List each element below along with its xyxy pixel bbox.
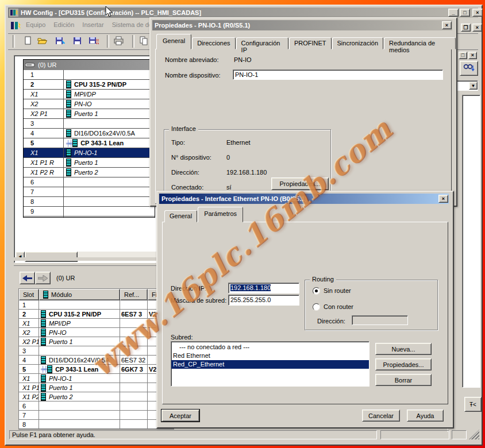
subnet-item[interactable]: Red Ethernet bbox=[171, 352, 369, 360]
nav-forward-button[interactable] bbox=[35, 272, 51, 284]
dialog-pnio-titlebar[interactable]: Propiedades - PN-IO-1 (R0/S5.1) bbox=[152, 20, 452, 30]
close-button[interactable]: × bbox=[472, 9, 483, 17]
catalog-close-icon[interactable]: × bbox=[468, 52, 477, 59]
rack-row[interactable]: 4 DI16/DO16x24V/0.5A bbox=[24, 129, 155, 138]
combobox-dropdown-icon[interactable]: ▼ bbox=[469, 82, 478, 90]
mdi-child-icon[interactable] bbox=[10, 21, 22, 32]
ip-input[interactable]: 192.168.1.180 bbox=[228, 283, 299, 293]
interface-properties-button[interactable]: Propiedades... bbox=[271, 177, 329, 190]
main-titlebar[interactable]: HW Config - [CPU315 (Configuración) -- P… bbox=[8, 7, 478, 18]
dialog-pnio-close-icon[interactable]: × bbox=[442, 21, 452, 29]
interface-row-value: 0 bbox=[226, 154, 230, 161]
rack-row[interactable]: X2 PN-IO bbox=[24, 99, 155, 109]
rack-row[interactable]: 10 bbox=[24, 217, 155, 218]
new-document-button[interactable] bbox=[21, 34, 35, 48]
dialog-ethernet-close-icon[interactable]: × bbox=[438, 195, 448, 203]
module-row[interactable]: 7 bbox=[19, 411, 174, 420]
subnet-item[interactable]: Red_CP_Ethernet bbox=[171, 360, 369, 369]
module-icon bbox=[41, 393, 46, 401]
rack-row[interactable]: 6 bbox=[24, 177, 155, 187]
subnet-properties-button[interactable]: Propiedades... bbox=[375, 358, 432, 370]
module-row[interactable]: 1 bbox=[19, 300, 174, 310]
rack-row[interactable]: X1 P2 R Puerto 2 bbox=[24, 168, 155, 177]
new-subnet-button[interactable]: Nueva... bbox=[375, 343, 432, 355]
subnet-item[interactable]: --- no conectado a red --- bbox=[171, 343, 369, 352]
module-row[interactable]: 8 bbox=[19, 420, 174, 429]
resize-grip[interactable] bbox=[469, 430, 479, 439]
copy-button[interactable] bbox=[137, 34, 151, 48]
tab-sincronización[interactable]: Sincronización bbox=[332, 37, 384, 49]
cp-connector-icon: ╪╪ bbox=[66, 140, 72, 146]
module-row[interactable]: 3 bbox=[19, 346, 174, 356]
tab-profinet[interactable]: PROFINET bbox=[289, 37, 332, 49]
delete-subnet-button[interactable]: Borrar bbox=[375, 374, 432, 386]
screenshot: HW Config - [CPU315 (Configuración) -- P… bbox=[0, 0, 485, 448]
column-header-ref[interactable]: Ref... bbox=[120, 289, 148, 300]
device-name-input[interactable]: PN-IO-1 bbox=[233, 69, 443, 80]
open-folder-button[interactable] bbox=[36, 34, 49, 48]
catalog-toggle-button[interactable]: Ŧ< bbox=[464, 397, 482, 412]
cp-connector-icon: ╪╪ bbox=[41, 366, 47, 372]
nav-back-button[interactable] bbox=[20, 272, 35, 284]
mdi-close-button[interactable]: × bbox=[472, 24, 482, 32]
maximize-button[interactable]: □ bbox=[460, 9, 470, 17]
rack-row[interactable]: 2 CPU 315-2 PN/DP bbox=[24, 80, 155, 90]
rack-row[interactable]: 7 bbox=[24, 187, 155, 197]
module-row[interactable]: X2 P1 Puerto 1 bbox=[19, 337, 174, 346]
rack-row[interactable]: X1 PN-IO-1 bbox=[24, 148, 155, 158]
rack-row[interactable]: 1 bbox=[24, 70, 155, 80]
subnet-listbox[interactable]: --- no conectado a red ---Red EthernetRe… bbox=[171, 341, 369, 387]
tab-general[interactable]: General bbox=[156, 34, 191, 49]
dialog-pnio: Propiedades - PN-IO-1 (R0/S5.1) × Genera… bbox=[149, 17, 457, 207]
module-row[interactable]: 4 DI16/DO16x24V/0.5A 6ES7 32 bbox=[19, 356, 174, 365]
tab-parámetros[interactable]: Parámetros bbox=[198, 207, 243, 222]
rack-row[interactable]: 9 bbox=[24, 207, 155, 217]
interface-row-value: sí bbox=[226, 184, 232, 191]
module-row[interactable]: X1 P2 R Puerto 2 bbox=[19, 392, 174, 401]
save-station-button[interactable] bbox=[53, 34, 67, 48]
save-button[interactable] bbox=[71, 34, 84, 48]
print-button[interactable] bbox=[111, 34, 125, 48]
rack-row[interactable]: 5 ╪╪CP 343-1 Lean bbox=[24, 138, 155, 148]
menu-edición[interactable]: Edición bbox=[49, 19, 78, 30]
module-row[interactable]: 5 ╪╪CP 343-1 Lean 6GK7 3 V2.2 bbox=[19, 365, 174, 374]
rack-row[interactable]: X1 MPI/DP bbox=[24, 90, 155, 99]
dialog-ethernet-titlebar[interactable]: Propiedades - Interface Ethernet PN-IO (… bbox=[159, 194, 449, 204]
tab-direcciones[interactable]: Direcciones bbox=[192, 37, 235, 49]
tab-general[interactable]: General bbox=[164, 210, 197, 222]
module-icon bbox=[47, 365, 52, 373]
open-folder-icon bbox=[37, 36, 48, 47]
menu-insertar[interactable]: Insertar bbox=[78, 19, 107, 30]
rack-header[interactable]: (0) UR bbox=[23, 59, 155, 70]
module-row[interactable]: X1 PN-IO-1 bbox=[19, 374, 174, 383]
minimize-button[interactable]: _ bbox=[448, 9, 459, 17]
menu-equipo[interactable]: Equipo bbox=[22, 19, 49, 30]
module-row[interactable]: X1 P1 R Puerto 1 bbox=[19, 383, 174, 392]
with-router-radio[interactable] bbox=[313, 303, 320, 311]
mdi-restore-button[interactable]: ❐ bbox=[461, 24, 471, 32]
no-router-label: Sin router bbox=[324, 287, 351, 294]
rack-row[interactable]: X2 P1 Puerto 1 bbox=[24, 109, 155, 119]
find-button[interactable] bbox=[460, 61, 478, 76]
no-router-radio[interactable] bbox=[313, 287, 320, 295]
module-row[interactable]: 6 bbox=[19, 401, 174, 411]
module-icon bbox=[66, 110, 71, 118]
help-button[interactable]: Ayuda bbox=[407, 410, 444, 422]
tab-redundancia-de-medios[interactable]: Redundancia de medios bbox=[384, 37, 456, 49]
catalog-maximize-icon[interactable]: □ bbox=[459, 52, 467, 59]
ok-button[interactable]: Aceptar bbox=[161, 410, 199, 422]
catalog-list[interactable] bbox=[462, 95, 480, 388]
cancel-button[interactable]: Cancelar bbox=[362, 410, 400, 422]
mask-input[interactable]: 255.255.255.0 bbox=[228, 295, 299, 306]
module-row[interactable]: X1 MPI/DP bbox=[19, 319, 174, 328]
column-header-mdulo[interactable]: Módulo bbox=[39, 289, 120, 300]
dialog-pnio-tabpage: Nombre abreviado: PN-IO Nombre dispositi… bbox=[155, 49, 452, 204]
tab-configuración-ip[interactable]: Configuración IP bbox=[236, 37, 288, 49]
save-compile-button[interactable]: 01 bbox=[87, 34, 101, 48]
module-row[interactable]: 2 CPU 315-2 PN/DP 6ES7 3 V2.6 bbox=[19, 310, 174, 319]
rack-row[interactable]: X1 P1 R Puerto 1 bbox=[24, 158, 155, 168]
module-row[interactable]: X2 PN-IO bbox=[19, 328, 174, 337]
column-header-slot[interactable]: Slot bbox=[19, 289, 39, 300]
rack-row[interactable]: 3 bbox=[24, 119, 155, 129]
rack-row[interactable]: 8 bbox=[24, 197, 155, 207]
